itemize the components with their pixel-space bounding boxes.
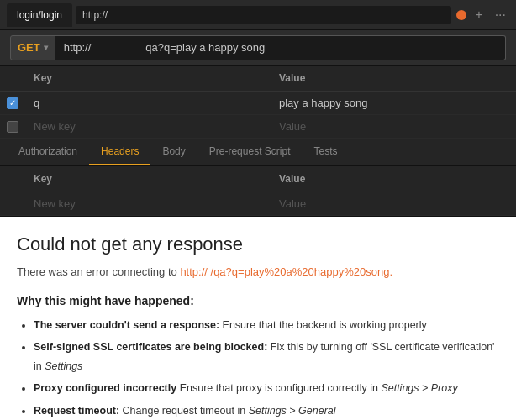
response-subtitle: There was an error connecting to http://… xyxy=(17,264,499,281)
hrow1-checkbox-cell xyxy=(0,192,25,215)
params-key-header: Key xyxy=(25,69,271,87)
tab-authorization-label: Authorization xyxy=(18,145,77,157)
row2-checkbox-cell[interactable] xyxy=(0,115,25,138)
response-title: Could not get any response xyxy=(17,234,499,255)
row2-value-placeholder[interactable]: Value xyxy=(271,115,516,138)
list-item: Proxy configured incorrectly Ensure that… xyxy=(34,379,499,398)
reason1-bold: The server couldn't send a response: xyxy=(34,319,219,331)
headers-table-row: New key Value xyxy=(0,192,516,216)
tab-tests[interactable]: Tests xyxy=(302,139,349,165)
headers-key-header: Key xyxy=(25,170,271,188)
tab-url-area: + ··· xyxy=(76,6,509,24)
response-subtitle-prefix: There was an error connecting to xyxy=(17,265,180,278)
response-area: Could not get any response There was an … xyxy=(0,217,516,420)
method-select[interactable]: GET ▾ xyxy=(10,35,55,60)
headers-table-header: Key Value xyxy=(0,166,516,192)
row1-key[interactable]: q xyxy=(25,92,271,114)
tab-body[interactable]: Body xyxy=(150,139,197,165)
table-row: New key Value xyxy=(0,115,516,139)
reason4-text: Change request timeout in Settings > Gen… xyxy=(123,405,336,417)
list-item: The server couldn't send a response: Ens… xyxy=(34,316,499,335)
tab-bar: login/login + ··· xyxy=(0,0,516,30)
method-arrow-icon: ▾ xyxy=(44,43,48,52)
row2-key-placeholder[interactable]: New key xyxy=(25,115,271,138)
tab-tests-label: Tests xyxy=(313,145,337,157)
tab-prerequest[interactable]: Pre-request Script xyxy=(197,139,303,165)
method-label: GET xyxy=(18,41,40,54)
headers-checkbox-header xyxy=(0,170,25,188)
url-input[interactable] xyxy=(55,35,506,60)
reason3-bold: Proxy configured incorrectly xyxy=(34,382,176,394)
list-item: Request timeout: Change request timeout … xyxy=(34,402,499,421)
row1-checkbox-cell[interactable] xyxy=(0,92,25,114)
headers-section: Key Value New key Value xyxy=(0,166,516,217)
list-item: Self-signed SSL certificates are being b… xyxy=(34,338,499,375)
request-bar: GET ▾ xyxy=(0,30,516,66)
table-row: q play a happy song xyxy=(0,92,516,115)
hrow1-value-placeholder[interactable]: Value xyxy=(271,192,516,215)
params-table-header: Key Value xyxy=(0,66,516,92)
tab-body-label: Body xyxy=(162,145,185,157)
row1-value[interactable]: play a happy song xyxy=(271,92,516,114)
hrow1-key-placeholder[interactable]: New key xyxy=(25,192,271,215)
more-options-button[interactable]: ··· xyxy=(492,8,509,23)
add-tab-button[interactable]: + xyxy=(471,8,486,23)
tab-prerequest-label: Pre-request Script xyxy=(209,145,291,157)
tab-login[interactable]: login/login xyxy=(7,3,72,27)
params-section: Key Value q play a happy song New key Va… xyxy=(0,66,516,139)
tab-authorization[interactable]: Authorization xyxy=(7,139,89,165)
tab-headers[interactable]: Headers xyxy=(89,139,150,165)
params-checkbox-header xyxy=(0,69,25,87)
tab-url-input[interactable] xyxy=(76,6,451,24)
row1-checkbox[interactable] xyxy=(7,97,18,109)
tab-login-label: login/login xyxy=(17,9,62,21)
orange-dot-icon xyxy=(456,10,466,20)
row2-checkbox[interactable] xyxy=(7,121,18,133)
reason1-text: Ensure that the backend is working prope… xyxy=(223,319,427,331)
headers-value-header: Value xyxy=(271,170,516,188)
params-value-header: Value xyxy=(271,69,516,87)
response-link[interactable]: http:// /qa?q=play%20a%20happy%20song. xyxy=(180,265,392,278)
reason2-bold: Self-signed SSL certificates are being b… xyxy=(34,341,267,353)
reason3-text: Ensure that proxy is configured correctl… xyxy=(180,382,458,394)
why-title: Why this might have happened: xyxy=(17,294,499,307)
reason-list: The server couldn't send a response: Ens… xyxy=(17,316,499,421)
sub-tabs: Authorization Headers Body Pre-request S… xyxy=(0,139,516,166)
tab-headers-label: Headers xyxy=(101,145,139,157)
reason4-bold: Request timeout: xyxy=(34,405,119,417)
